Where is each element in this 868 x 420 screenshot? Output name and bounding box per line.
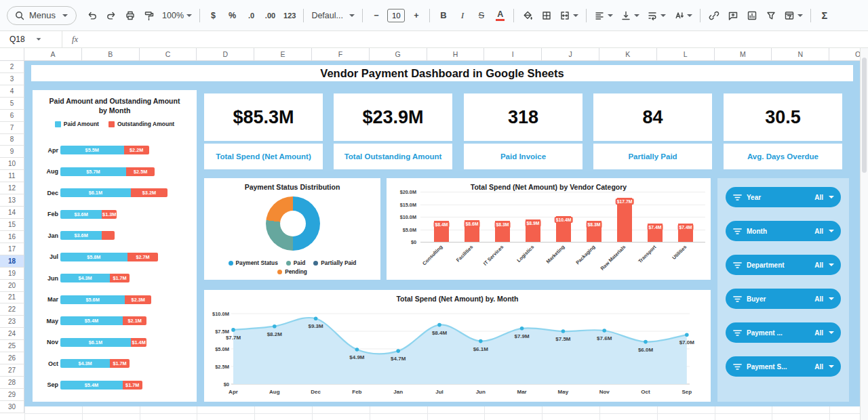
slicer-month-button[interactable]: MonthAll <box>726 221 841 241</box>
row-header[interactable]: 11 <box>0 170 24 182</box>
column-header[interactable]: K <box>599 48 657 61</box>
row-header[interactable]: 13 <box>0 194 24 207</box>
row-header[interactable]: 21 <box>0 292 24 304</box>
increase-font-size-button[interactable]: + <box>407 6 425 24</box>
text-color-swatch <box>496 19 505 21</box>
column-header[interactable]: C <box>140 48 197 61</box>
format-percent-button[interactable]: % <box>223 6 241 24</box>
bar-segment: $2.3M <box>125 295 151 304</box>
vertical-align-dropdown[interactable] <box>617 6 643 24</box>
row-header[interactable]: 16 <box>0 231 24 243</box>
undo-button[interactable] <box>83 6 101 24</box>
create-filter-button[interactable] <box>762 6 780 24</box>
row-header[interactable]: 2 <box>0 61 24 73</box>
redo-button[interactable] <box>102 6 120 24</box>
decrease-decimal-button[interactable]: .0 <box>242 6 260 24</box>
slicer-buyer-button[interactable]: BuyerAll <box>726 289 841 309</box>
column-header[interactable]: J <box>542 48 599 61</box>
column-header[interactable]: F <box>312 48 370 61</box>
row-header[interactable]: 26 <box>0 352 24 364</box>
column-header[interactable]: M <box>715 48 772 61</box>
column-header[interactable]: E <box>254 48 312 61</box>
row-header[interactable]: 6 <box>0 110 24 122</box>
row-header[interactable]: 24 <box>0 328 24 340</box>
row-header[interactable]: 20 <box>0 280 24 292</box>
font-dropdown[interactable]: Defaul... <box>308 6 358 24</box>
row-header[interactable]: 23 <box>0 316 24 328</box>
font-size-input[interactable]: 10 <box>387 9 405 22</box>
paid-outstanding-chart-panel[interactable]: Paid Amount and Outstanding Amount by Mo… <box>33 90 197 402</box>
slicer-payments-button[interactable]: Payment S...All <box>726 356 841 377</box>
row-header[interactable]: 25 <box>0 340 24 352</box>
filter-views-dropdown[interactable] <box>781 6 806 24</box>
row-header[interactable]: 9 <box>0 146 24 158</box>
insert-chart-button[interactable] <box>743 6 761 24</box>
row-header[interactable]: 10 <box>0 158 24 170</box>
bar-category-label: May <box>35 318 58 324</box>
insert-link-button[interactable] <box>705 6 723 24</box>
column-header[interactable]: D <box>197 48 254 61</box>
print-icon <box>125 10 136 21</box>
row-header[interactable]: 4 <box>0 85 24 98</box>
row-header[interactable]: 12 <box>0 182 24 194</box>
text-rotation-dropdown[interactable] <box>670 6 696 24</box>
insert-comment-button[interactable] <box>724 6 742 24</box>
more-formats-button[interactable]: 123 <box>280 6 299 24</box>
print-button[interactable] <box>121 6 139 24</box>
bar-category-label: Oct <box>35 360 58 367</box>
italic-button[interactable]: I <box>453 6 471 24</box>
vendor-category-chart-panel[interactable]: Total Spend (Net Amount) by Vendor Categ… <box>387 178 711 280</box>
slicer-department-button[interactable]: DepartmentAll <box>726 255 841 275</box>
row-header[interactable]: 27 <box>0 364 24 377</box>
bar-row: Nov$6.1M$1.4M <box>35 332 195 354</box>
row-header[interactable]: 15 <box>0 219 24 231</box>
column-header[interactable]: I <box>484 48 542 61</box>
zoom-dropdown[interactable]: 100% <box>159 6 195 24</box>
bar-category-label: Dec <box>35 190 58 196</box>
strikethrough-button[interactable]: S <box>472 6 490 24</box>
row-header[interactable]: 8 <box>0 134 24 146</box>
row-header[interactable]: 22 <box>0 303 24 316</box>
text-color-button[interactable]: A <box>491 6 509 24</box>
text-wrap-dropdown[interactable] <box>644 6 669 24</box>
decrease-font-size-button[interactable]: − <box>367 6 385 24</box>
merge-cells-dropdown[interactable] <box>556 6 582 24</box>
row-header[interactable]: 3 <box>0 73 24 85</box>
slicer-year-button[interactable]: YearAll <box>726 187 841 207</box>
vertical-scrollbar[interactable] <box>860 48 868 420</box>
bold-button[interactable]: B <box>434 6 452 24</box>
format-currency-button[interactable]: $ <box>204 6 222 24</box>
slicer-payment-button[interactable]: Payment ...All <box>726 322 841 343</box>
column-header[interactable]: A <box>24 48 82 61</box>
paint-format-button[interactable] <box>140 6 158 24</box>
column-header[interactable]: N <box>772 48 829 61</box>
increase-decimal-button[interactable]: .00 <box>261 6 279 24</box>
row-header[interactable]: 30 <box>0 401 24 413</box>
functions-button[interactable]: Σ <box>815 6 833 24</box>
row-header[interactable]: 18 <box>0 255 24 268</box>
row-header[interactable]: 28 <box>0 377 24 389</box>
fill-color-button[interactable] <box>518 6 536 24</box>
kpi-value: 318 <box>464 93 583 141</box>
row-header[interactable]: 7 <box>0 122 24 134</box>
column-header[interactable]: H <box>427 48 485 61</box>
payment-status-panel[interactable]: Payment Status Distribution Payment Stat… <box>204 178 380 280</box>
monthly-spend-chart-panel[interactable]: Total Spend (Net Amount) by. Month $10.0… <box>204 290 711 402</box>
column-header[interactable]: B <box>82 48 140 61</box>
row-header[interactable]: 29 <box>0 389 24 401</box>
name-box[interactable]: Q18 <box>0 31 62 47</box>
row-header[interactable]: 19 <box>0 268 24 280</box>
select-all-corner[interactable] <box>0 48 24 61</box>
formula-input[interactable] <box>87 31 868 47</box>
row-header[interactable]: 14 <box>0 207 24 219</box>
column-header[interactable]: G <box>370 48 427 61</box>
row-header[interactable]: 5 <box>0 98 24 110</box>
spreadsheet-grid[interactable]: Vendor Payment Dashboard in Google Sheet… <box>24 61 860 420</box>
horizontal-align-dropdown[interactable] <box>591 6 616 24</box>
borders-button[interactable] <box>537 6 555 24</box>
scrollbar-thumb[interactable] <box>862 58 867 173</box>
menus-button[interactable]: Menus <box>7 6 77 25</box>
row-header[interactable]: 17 <box>0 243 24 255</box>
column-header[interactable]: L <box>657 48 715 61</box>
column-header[interactable]: O <box>829 48 860 61</box>
